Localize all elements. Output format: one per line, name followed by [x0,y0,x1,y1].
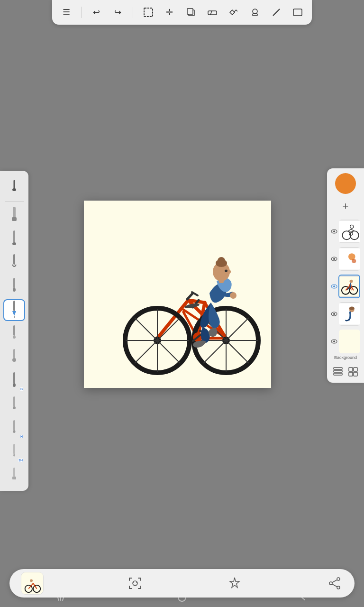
move-icon[interactable]: ✛ [163,6,176,19]
brush-label-H: H [20,435,23,438]
layer-thumb-1[interactable] [339,220,360,243]
layer-visibility-background[interactable] [331,338,338,345]
svg-point-125 [136,582,137,583]
svg-rect-3 [208,11,217,15]
layer-thumb-3[interactable] [338,275,360,298]
stamp-icon[interactable] [249,6,262,19]
svg-marker-18 [12,311,16,316]
brush-item-2[interactable] [3,228,25,250]
svg-rect-30 [13,444,15,454]
erase-icon[interactable] [206,6,219,19]
svg-rect-32 [13,468,15,477]
svg-line-7 [273,9,280,16]
svg-point-76 [218,257,225,265]
brush-label-B: B [20,387,23,391]
svg-point-77 [227,270,231,274]
layer-thumb-2[interactable] [339,247,360,271]
brush-item-8-B[interactable]: B [3,370,25,392]
brush-item-5-active[interactable] [3,299,25,321]
share-icon[interactable] [326,575,343,592]
svg-point-72 [230,292,237,299]
brush-label-3H: 3H [18,459,23,462]
layer-grid-icon[interactable] [347,366,359,378]
svg-point-5 [253,9,257,14]
svg-rect-2 [187,9,193,14]
svg-line-4 [210,11,212,15]
svg-point-92 [352,259,356,263]
color-picker-button[interactable] [335,173,356,194]
layer-item-1 [329,219,362,244]
sticker-icon[interactable] [226,575,243,592]
svg-rect-14 [13,254,15,265]
layer-item-4 [329,301,362,327]
svg-point-21 [13,336,16,339]
brush-item-7[interactable] [3,347,25,368]
layer-stack-icon[interactable] [332,366,344,378]
canvas-preview-thumb[interactable] [21,572,44,595]
brush-item-3[interactable] [3,252,25,274]
svg-point-128 [329,582,332,585]
svg-point-104 [333,313,335,315]
layer-visibility-1[interactable] [331,228,338,235]
svg-rect-111 [334,373,342,375]
svg-rect-116 [354,372,357,376]
layer-thumb-4[interactable] [339,302,360,326]
brush-item-1[interactable] [3,204,25,226]
face-scan-icon[interactable] [127,575,144,592]
brush-item-9[interactable] [3,394,25,416]
redo-icon[interactable]: ↪ [111,6,124,19]
svg-rect-24 [13,372,15,384]
brush-item-12[interactable] [3,465,25,487]
svg-rect-115 [349,372,353,376]
layer-visibility-3[interactable] [331,283,337,290]
svg-rect-26 [13,396,15,407]
frame-icon[interactable] [291,6,304,19]
brush-item-6[interactable] [3,323,25,345]
svg-point-109 [333,340,335,342]
svg-point-25 [13,383,16,387]
list-icon[interactable]: ☰ [60,6,73,19]
svg-point-94 [333,285,335,287]
svg-rect-22 [13,349,15,359]
layer-visibility-2[interactable] [331,255,338,263]
toolbar-divider2 [133,7,133,18]
layer-thumb-background[interactable] [339,330,360,353]
svg-point-126 [337,578,340,580]
svg-point-31 [13,454,15,457]
svg-rect-110 [334,370,342,372]
undo-icon[interactable]: ↩ [90,6,103,19]
top-toolbar: ☰ ↩ ↪ ✛ [52,0,312,25]
svg-rect-17 [13,301,15,311]
bottom-action-bar [9,569,355,598]
svg-point-29 [13,430,16,433]
svg-point-80 [333,230,335,232]
brush-item-10-H[interactable]: H [3,418,25,440]
svg-rect-0 [144,8,153,17]
svg-rect-33 [12,477,16,479]
pen-icon[interactable] [270,6,283,19]
add-layer-button[interactable]: + [337,198,354,215]
svg-line-129 [332,580,337,583]
svg-point-107 [349,307,354,310]
svg-point-13 [12,242,16,245]
layer-item-2 [329,246,362,272]
svg-rect-8 [293,9,302,16]
svg-point-127 [337,586,340,589]
svg-rect-11 [12,217,17,221]
artwork-canvas[interactable] [84,201,271,388]
brush-item-4[interactable] [3,276,25,297]
svg-point-89 [333,258,335,260]
layers-panel: + [327,168,364,383]
brush-selector-top[interactable] [3,175,25,196]
svg-rect-10 [13,207,16,218]
brush-divider [5,201,24,202]
select-icon[interactable] [142,6,155,19]
layer-visibility-4[interactable] [331,310,338,318]
svg-rect-6 [253,14,257,16]
svg-rect-113 [349,368,353,371]
svg-point-9 [12,188,16,191]
brush-item-11-3H[interactable]: 3H [3,441,25,463]
transform-icon[interactable] [228,6,240,19]
copy-icon[interactable] [184,6,197,19]
svg-point-23 [12,358,16,362]
